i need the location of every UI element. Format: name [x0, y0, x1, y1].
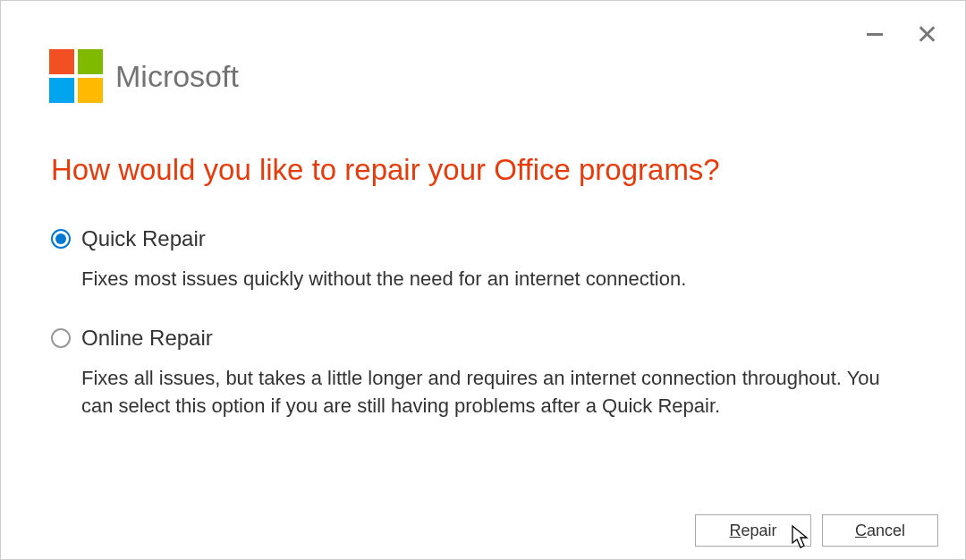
- option-quick-repair[interactable]: Quick Repair Fixes most issues quickly w…: [51, 226, 911, 293]
- brand-header: Microsoft: [1, 1, 965, 103]
- brand-name: Microsoft: [115, 59, 239, 94]
- main-content: How would you like to repair your Office…: [1, 103, 965, 420]
- option-online-repair[interactable]: Online Repair Fixes all issues, but take…: [51, 326, 911, 420]
- page-title: How would you like to repair your Office…: [51, 153, 911, 187]
- repair-button[interactable]: Repair: [695, 514, 811, 547]
- option-description: Fixes most issues quickly without the ne…: [51, 266, 910, 293]
- radio-online-repair[interactable]: [51, 328, 71, 348]
- minimize-icon[interactable]: [867, 33, 883, 36]
- microsoft-logo-icon: [49, 49, 103, 103]
- option-description: Fixes all issues, but takes a little lon…: [51, 365, 910, 420]
- option-label: Quick Repair: [81, 226, 206, 251]
- close-icon[interactable]: [919, 26, 935, 42]
- radio-quick-repair[interactable]: [51, 229, 71, 249]
- dialog-footer: Repair Cancel: [695, 514, 938, 547]
- cancel-button[interactable]: Cancel: [822, 514, 938, 547]
- option-label: Online Repair: [81, 326, 213, 351]
- window-controls: [867, 26, 935, 42]
